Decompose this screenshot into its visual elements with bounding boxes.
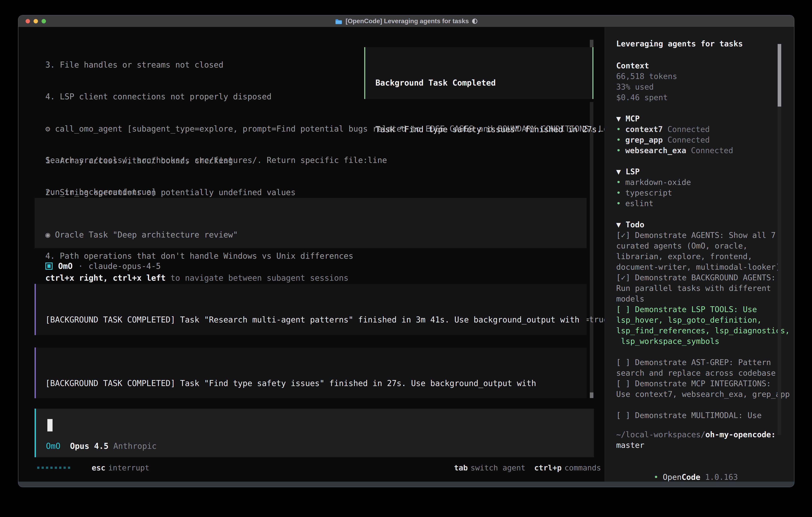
task-message-line: [BACKGROUND TASK COMPLETED] Task "Find t… [46,378,587,389]
mcp-status: Connected [668,135,710,144]
half-circle-icon [472,19,477,24]
lsp-item: •eslint [616,198,691,209]
context-tokens: 66,518 tokens [616,71,677,82]
window-title: [OpenCode] Leveraging agents for tasks [345,18,469,25]
todo-line-active: lsp_workspace_symbols [616,336,790,347]
todo-line-blank [616,400,790,410]
todo-section: ▼ Todo [✓] Demonstrate AGENTS: Show all … [616,219,790,420]
prompt-input[interactable]: OmO Opus 4.5 Anthropic [35,409,594,457]
session-header[interactable]: OmO · claude-opus-4-5 [46,260,161,273]
todo-line: models [616,294,790,304]
todo-line: Run parallel tasks with different [616,283,790,294]
scrollback-line: 4. LSP client connections not properly d… [46,91,387,102]
oracle-task-title: ◉ Oracle Task "Deep architecture review" [46,229,587,240]
ctrlp-key-label: commands [564,463,601,472]
mcp-name: context7 [625,125,663,134]
traffic-lights [26,16,46,27]
status-bar: esc interrupt tab switch agent ctrl+p co… [37,462,601,473]
todo-line-active: lsp_hover, lsp_goto_definition, [616,315,790,325]
todo-line: [ ] Demonstrate MCP INTEGRATIONS: [616,378,790,389]
lsp-section: ▼ LSP •markdown-oxide •typescript •eslin… [616,166,691,209]
lsp-item: •typescript [616,188,691,198]
session-title: Leveraging agents for tasks [616,38,743,49]
todo-line: [ ] Demonstrate AST-GREP: Pattern [616,357,790,368]
background-task-toast: Background Task Completed Task "Find typ… [364,47,593,99]
text-cursor [47,419,53,431]
todo-line: [✓] Demonstrate AGENTS: Show all 7 [616,230,790,241]
task-message-line: [BACKGROUND TASK COMPLETED] Task "Resear… [46,315,587,325]
mcp-item: •grep_app Connected [616,135,733,145]
green-dot-icon: • [616,125,621,134]
input-provider-name: Anthropic [113,441,157,452]
background-task-message: [BACKGROUND TASK COMPLETED] Task "Resear… [35,284,587,335]
ctrlp-key-hint: ctrl+p [534,463,562,472]
context-used: 33% used [616,82,677,92]
hint-keys: ctrl+x right, ctrl+x left [46,273,166,282]
mcp-item: •websearch_exa Connected [616,145,733,156]
main-scrollbar-thumb[interactable] [590,392,593,398]
lsp-name: markdown-oxide [625,178,691,187]
workspace-branch: master [616,440,776,451]
todo-line-active: [ ] Demonstrate LSP TOOLS: Use [616,304,790,315]
app-window: [OpenCode] Leveraging agents for tasks 3… [18,15,794,487]
background-task-message: [BACKGROUND TASK COMPLETED] Task "Find t… [35,348,587,398]
toast-body: Task "Find type safety issues" finished … [375,124,592,135]
separator-dot: · [78,261,83,272]
esc-key-label: interrupt [108,463,149,472]
subagent-nav-hint: ctrl+x right, ctrl+x left to navigate be… [46,273,587,283]
esc-key-hint: esc [92,463,106,472]
tool-call-line: 2. String operations on potentially unde… [46,187,637,198]
agent-square-icon [46,263,53,270]
todo-line: search and replace across codebase [616,368,790,378]
mcp-item: •context7 Connected [616,124,733,135]
green-dot-icon: • [616,135,621,144]
green-dot-icon: • [616,188,621,197]
version-line: •OpenCode 1.0.163 [616,461,738,472]
context-heading: Context [616,60,677,71]
status-bar-right: tab switch agent ctrl+p commands [454,463,601,472]
app-name-bold: Code [682,472,700,482]
close-window-button[interactable] [26,19,30,23]
context-spent: $0.46 spent [616,92,677,103]
context-section: Context 66,518 tokens 33% used $0.46 spe… [616,60,677,103]
lsp-item: •markdown-oxide [616,177,691,188]
workspace-path: ~/local-workspaces/oh-my-opencode: maste… [616,429,776,451]
todo-line: Use context7, websearch_exa, grep_app [616,389,790,400]
chat-main: 3. File handles or streams not closed 4.… [19,27,604,482]
todo-line: [✓] Demonstrate BACKGROUND AGENTS: [616,272,790,283]
todo-line: document-writer, multimodal-looker) [616,262,790,272]
titlebar[interactable]: [OpenCode] Leveraging agents for tasks [19,16,794,27]
mcp-section: ▼ MCP •context7 Connected •grep_app Conn… [616,113,733,156]
minimize-window-button[interactable] [34,19,38,23]
agent-name: OmO [58,261,72,272]
active-model-row: OmO Opus 4.5 Anthropic [46,441,157,452]
sidebar-scrollbar-thumb[interactable] [778,44,781,107]
workspace-path-prefix: ~/local-workspaces/ [616,430,705,439]
toast-title: Background Task Completed [375,78,592,88]
scrollback-line: 3. File handles or streams not closed [46,60,387,70]
lsp-name: typescript [625,188,672,197]
todo-line: librarian, explore, frontend, [616,251,790,262]
maximize-window-button[interactable] [41,19,46,23]
green-dot-icon: • [654,472,658,482]
app-content: 3. File handles or streams not closed 4.… [19,27,794,482]
app-version-number: 1.0.163 [705,472,738,482]
lsp-section-header[interactable]: ▼ LSP [616,166,691,177]
spacer [109,441,113,452]
window-title-group: [OpenCode] Leveraging agents for tasks [335,18,477,25]
sidebar: Leveraging agents for tasks Context 66,5… [604,27,794,482]
input-model-name: Opus 4.5 [70,441,109,452]
green-dot-icon: • [616,199,621,208]
lsp-name: eslint [625,199,654,208]
tool-call-line: 1. Array access without bounds checking [46,155,637,166]
todo-line: curated agents (OmO, oracle, [616,241,790,251]
todo-line-active: lsp_find_references, lsp_diagnostics, [616,325,790,336]
todo-line: [ ] Demonstrate MULTIMODAL: Use [616,410,790,420]
oracle-task-card: ◉ Oracle Task "Deep architecture review"… [35,198,587,248]
mcp-status: Connected [691,146,733,155]
todo-section-header[interactable]: ▼ Todo [616,219,790,230]
workspace-repo-name: oh-my-opencode: [705,430,776,439]
window-bottom-strip [19,482,794,487]
mcp-section-header[interactable]: ▼ MCP [616,113,733,124]
input-agent-name: OmO [46,441,60,452]
